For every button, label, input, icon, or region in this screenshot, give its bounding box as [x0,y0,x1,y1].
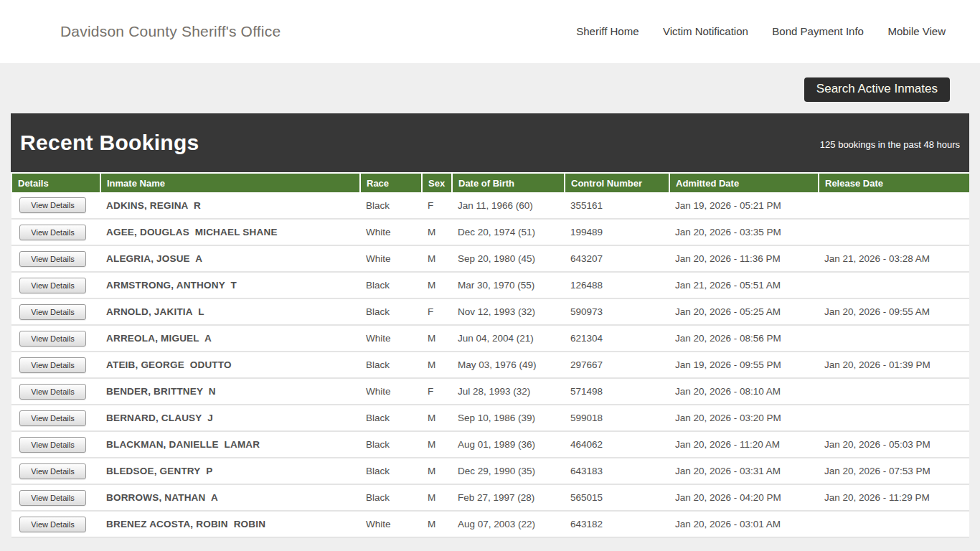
inmate-dob: Jan 11, 1966 (60) [452,192,565,219]
nav-victim-notification[interactable]: Victim Notification [663,25,748,37]
table-row: View Details ARNOLD, JAKITIA L Black F N… [11,298,969,325]
bookings-table: Details Inmate Name Race Sex Date of Bir… [11,172,969,538]
admitted-date: Jan 20, 2026 - 03:35 PM [669,219,819,245]
inmate-sex: M [422,431,452,458]
view-details-button[interactable]: View Details [19,197,86,213]
control-number: 199489 [565,219,669,245]
inmate-name: ADKINS, REGINA R [100,192,360,219]
recent-bookings-header: Recent Bookings 125 bookings in the past… [11,113,969,172]
inmate-race: Black [360,431,422,458]
control-number: 355161 [565,192,669,219]
search-active-inmates-button[interactable]: Search Active Inmates [804,77,950,102]
control-number: 621304 [565,325,669,352]
inmate-dob: Feb 27, 1997 (28) [452,484,565,511]
control-number: 571498 [565,378,669,405]
inmate-name: BERNARD, CLAUSY J [100,405,360,431]
table-row: View Details BRENEZ ACOSTA, ROBIN ROBIN … [11,511,969,537]
admitted-date: Jan 20, 2026 - 03:20 PM [669,405,819,431]
inmate-dob: May 03, 1976 (49) [452,352,565,378]
control-number: 643207 [565,245,669,272]
main-nav: Sheriff Home Victim Notification Bond Pa… [555,25,946,38]
col-header-control-number: Control Number [565,173,669,192]
inmate-name: ARMSTRONG, ANTHONY T [100,272,360,298]
site-title: Davidson County Sheriff's Office [60,23,281,40]
release-date [819,405,969,431]
col-header-inmate-name: Inmate Name [100,173,360,192]
view-details-button[interactable]: View Details [19,384,86,400]
view-details-button[interactable]: View Details [19,490,86,506]
view-details-button[interactable]: View Details [19,463,86,479]
nav-sheriff-home[interactable]: Sheriff Home [576,25,639,37]
control-number: 599018 [565,405,669,431]
top-navigation-bar: Davidson County Sheriff's Office Sheriff… [0,0,980,63]
table-header-row: Details Inmate Name Race Sex Date of Bir… [11,173,969,192]
admitted-date: Jan 20, 2026 - 08:56 PM [669,325,819,352]
inmate-race: Black [360,484,422,511]
table-row: View Details ATEIB, GEORGE ODUTTO Black … [11,352,969,378]
page-title: Recent Bookings [20,131,199,155]
control-number: 590973 [565,298,669,325]
table-row: View Details ADKINS, REGINA R Black F Ja… [11,192,969,219]
inmate-dob: Dec 29, 1990 (35) [452,458,565,484]
inmate-dob: Nov 12, 1993 (32) [452,298,565,325]
inmate-dob: Aug 01, 1989 (36) [452,431,565,458]
view-details-button[interactable]: View Details [19,225,86,240]
inmate-dob: Sep 20, 1980 (45) [452,245,565,272]
inmate-race: Black [360,352,422,378]
view-details-button[interactable]: View Details [19,517,86,532]
inmate-name: BLACKMAN, DANIELLE LAMAR [100,431,360,458]
table-row: View Details BORROWS, NATHAN A Black M F… [11,484,969,511]
release-date [819,378,969,405]
view-details-button[interactable]: View Details [19,278,86,293]
bookings-count-text: 125 bookings in the past 48 hours [820,139,960,150]
col-header-race: Race [360,173,422,192]
inmate-race: White [360,378,422,405]
control-number: 643183 [565,458,669,484]
admitted-date: Jan 20, 2026 - 11:36 PM [669,245,819,272]
table-row: View Details BLACKMAN, DANIELLE LAMAR Bl… [11,431,969,458]
inmate-sex: M [422,272,452,298]
inmate-dob: Dec 20, 1974 (51) [452,219,565,245]
inmate-sex: M [422,352,452,378]
table-row: View Details AGEE, DOUGLAS MICHAEL SHANE… [11,219,969,245]
table-row: View Details ALEGRIA, JOSUE A White M Se… [11,245,969,272]
release-date: Jan 20, 2026 - 01:39 PM [819,352,969,378]
col-header-admitted-date: Admitted Date [669,173,819,192]
inmate-race: Black [360,272,422,298]
inmate-sex: M [422,405,452,431]
inmate-name: BORROWS, NATHAN A [100,484,360,511]
admitted-date: Jan 20, 2026 - 11:20 AM [669,431,819,458]
release-date: Jan 20, 2026 - 05:03 PM [819,431,969,458]
col-header-details: Details [11,173,100,192]
inmate-race: White [360,325,422,352]
inmate-name: ATEIB, GEORGE ODUTTO [100,352,360,378]
view-details-button[interactable]: View Details [19,437,86,453]
nav-mobile-view[interactable]: Mobile View [887,25,946,37]
nav-bond-payment-info[interactable]: Bond Payment Info [772,25,864,37]
control-number: 565015 [565,484,669,511]
inmate-name: ARREOLA, MIGUEL A [100,325,360,352]
table-row: View Details ARREOLA, MIGUEL A White M J… [11,325,969,352]
view-details-button[interactable]: View Details [19,251,86,267]
inmate-dob: Jun 04, 2004 (21) [452,325,565,352]
inmate-sex: M [422,511,452,537]
inmate-sex: M [422,458,452,484]
inmate-sex: F [422,192,452,219]
inmate-sex: M [422,484,452,511]
view-details-button[interactable]: View Details [19,304,86,320]
release-date: Jan 21, 2026 - 03:28 AM [819,245,969,272]
inmate-race: Black [360,192,422,219]
inmate-dob: Mar 30, 1970 (55) [452,272,565,298]
view-details-button[interactable]: View Details [19,357,86,373]
admitted-date: Jan 20, 2026 - 03:01 AM [669,511,819,537]
control-number: 643182 [565,511,669,537]
col-header-sex: Sex [422,173,452,192]
view-details-button[interactable]: View Details [19,410,86,426]
inmate-dob: Aug 07, 2003 (22) [452,511,565,537]
release-date: Jan 20, 2026 - 07:53 PM [819,458,969,484]
release-date [819,192,969,219]
inmate-name: BRENEZ ACOSTA, ROBIN ROBIN [100,511,360,537]
inmate-name: BENDER, BRITTNEY N [100,378,360,405]
table-row: View Details BENDER, BRITTNEY N White F … [11,378,969,405]
view-details-button[interactable]: View Details [19,331,86,347]
